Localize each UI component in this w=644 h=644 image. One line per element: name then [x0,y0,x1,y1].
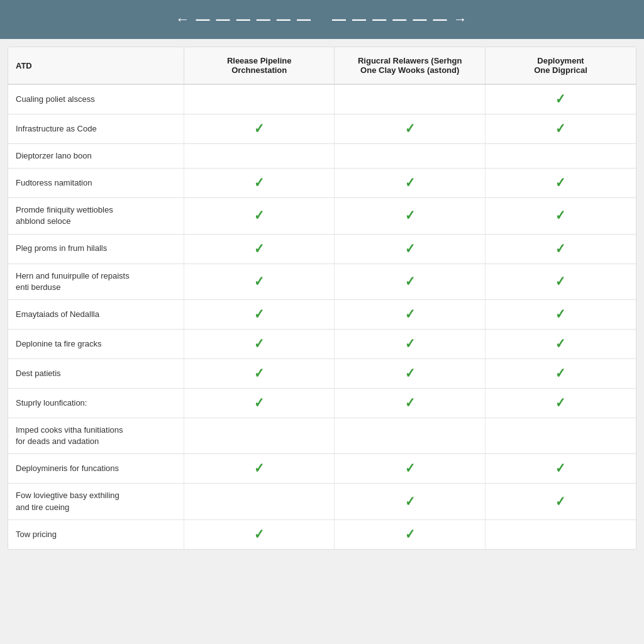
checkmark-icon: ✓ [405,208,414,224]
checkmark-icon: ✓ [255,526,264,543]
col-header-col3: DeploymentOne Digprical [485,47,636,84]
table-row: Dieptorzer lano boon [8,144,636,169]
col-header-col1: Rleease PipelineOrchnestation [184,47,335,84]
feature-cell: Deploymineris for funcations [8,454,184,484]
table-row: Stuprly lounfication:✓✓✓ [8,388,636,418]
feature-cell: Hern and funuirpulle of repaistsenti ber… [8,264,184,299]
table-header-row: ATD Rleease PipelineOrchnestation Rigucr… [8,47,636,84]
feature-text: Tow pricing [16,530,57,539]
check-cell-14-1: ✓ [335,519,486,549]
check-cell-6-2: ✓ [485,264,636,299]
check-cell-10-2: ✓ [485,388,636,418]
check-cell-9-0: ✓ [184,358,335,388]
col-header-feature: ATD [8,47,184,84]
feature-text: Imped cooks vitha funitiationsfor deads … [16,425,123,446]
checkmark-icon: ✓ [556,121,565,137]
table-row: Deplonine ta fire gracks✓✓✓ [8,329,636,358]
check-cell-13-1: ✓ [335,484,486,519]
feature-text: Promde finiquity wettioblesahblond seloc… [16,205,113,226]
check-cell-11-2 [485,418,636,453]
checkmark-icon: ✓ [556,460,565,477]
feature-text: Dieptorzer lano boon [16,151,92,160]
checkmark-icon: ✓ [556,208,565,224]
check-cell-1-2: ✓ [485,114,636,144]
check-cell-10-0: ✓ [184,388,335,418]
feature-text: Fow loviegtive basy exthilingand tire cu… [16,491,119,511]
table-row: Emaytaiads of Nedallla✓✓✓ [8,299,636,329]
checkmark-icon: ✓ [556,274,565,290]
check-cell-2-2 [485,144,636,169]
check-cell-6-0: ✓ [184,264,335,299]
checkmark-icon: ✓ [405,175,414,191]
check-cell-7-0: ✓ [184,299,335,329]
check-cell-4-2: ✓ [485,198,636,234]
checkmark-icon: ✓ [405,526,414,543]
check-cell-1-0: ✓ [184,114,335,144]
checkmark-icon: ✓ [255,121,264,137]
checkmark-icon: ✓ [556,365,565,382]
checkmark-icon: ✓ [556,494,565,510]
table-body: Cualing poliet alscess✓Infrastructure as… [8,84,636,549]
check-cell-8-2: ✓ [485,329,636,358]
table-row: Fudtoress namitation✓✓✓ [8,169,636,198]
checkmark-icon: ✓ [556,306,565,323]
feature-text: Dest patietis [16,369,61,378]
check-cell-3-0: ✓ [184,169,335,198]
check-cell-12-1: ✓ [335,454,486,484]
check-cell-14-0: ✓ [184,519,335,549]
feature-cell: Tow pricing [8,519,184,549]
table-row: Pleg proms in frum hilalls✓✓✓ [8,234,636,264]
left-arrow-icon: ← — — — — — — [175,11,312,28]
check-cell-11-0 [184,418,335,453]
checkmark-icon: ✓ [255,395,264,411]
feature-cell: Fow loviegtive basy exthilingand tire cu… [8,484,184,519]
check-cell-12-2: ✓ [485,454,636,484]
check-cell-4-0: ✓ [184,198,335,234]
feature-cell: Stuprly lounfication: [8,388,184,418]
checkmark-icon: ✓ [405,365,414,382]
right-arrow-icon: — — — — — — → [332,11,469,28]
check-cell-12-0: ✓ [184,454,335,484]
checkmark-icon: ✓ [405,494,414,510]
checkmark-icon: ✓ [405,306,414,323]
check-cell-2-1 [335,144,486,169]
feature-text: Infrastructure as Code [16,124,97,133]
feature-cell: Deplonine ta fire gracks [8,329,184,358]
feature-text: Stuprly lounfication: [16,398,87,408]
feature-text: Fudtoress namitation [16,178,92,187]
feature-text: Hern and funuirpulle of repaistsenti ber… [16,271,130,292]
check-cell-3-2: ✓ [485,169,636,198]
checkmark-icon: ✓ [255,460,264,477]
checkmark-icon: ✓ [556,395,565,411]
feature-cell: Promde finiquity wettioblesahblond seloc… [8,198,184,234]
checkmark-icon: ✓ [556,91,565,108]
checkmark-icon: ✓ [255,336,264,352]
check-cell-2-0 [184,144,335,169]
page-header: ← — — — — — — — — — — — — → [0,0,644,39]
check-cell-9-2: ✓ [485,358,636,388]
check-cell-5-0: ✓ [184,234,335,264]
col-header-col2: Rigucral Relawers (SerhgnOne Clay Wooks … [335,47,486,84]
check-cell-5-2: ✓ [485,234,636,264]
check-cell-6-1: ✓ [335,264,486,299]
checkmark-icon: ✓ [405,241,414,257]
checkmark-icon: ✓ [405,395,414,411]
table-row: Cualing poliet alscess✓ [8,84,636,114]
checkmark-icon: ✓ [255,306,264,323]
check-cell-0-1 [335,84,486,114]
check-cell-11-1 [335,418,486,453]
check-cell-10-1: ✓ [335,388,486,418]
checkmark-icon: ✓ [255,365,264,382]
comparison-table-wrapper: ATD Rleease PipelineOrchnestation Rigucr… [8,47,636,550]
checkmark-icon: ✓ [556,175,565,191]
checkmark-icon: ✓ [255,175,264,191]
check-cell-13-0 [184,484,335,519]
table-row: Promde finiquity wettioblesahblond seloc… [8,198,636,234]
feature-text: Deplonine ta fire gracks [16,339,102,348]
feature-cell: Infrastructure as Code [8,114,184,144]
feature-text: Deploymineris for funcations [16,464,119,473]
check-cell-1-1: ✓ [335,114,486,144]
table-row: Infrastructure as Code✓✓✓ [8,114,636,144]
table-row: Fow loviegtive basy exthilingand tire cu… [8,484,636,519]
feature-text: Emaytaiads of Nedallla [16,309,99,319]
